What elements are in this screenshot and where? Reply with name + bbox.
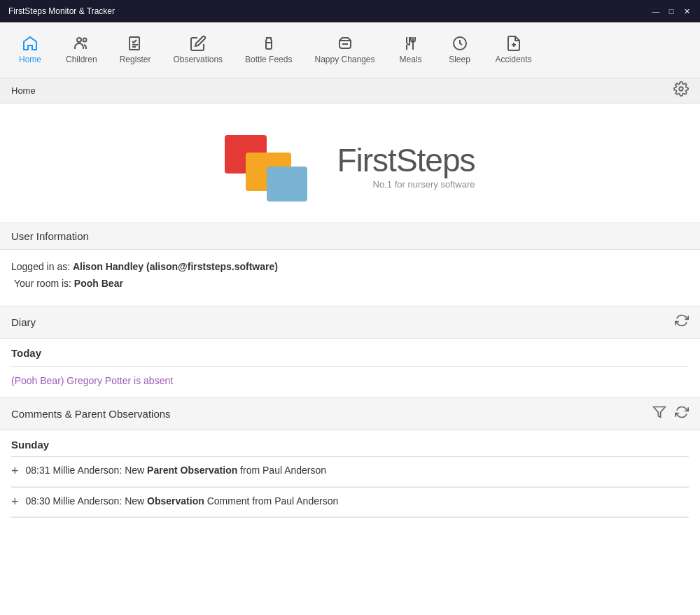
observations-icon <box>190 35 206 52</box>
bottle-icon <box>260 35 277 52</box>
nav-item-bottle-feeds[interactable]: Bottle Feeds <box>234 22 303 78</box>
diary-entries: (Pooh Bear) Gregory Potter is absent <box>11 367 689 389</box>
sleep-icon <box>451 35 468 52</box>
nav-label-sleep: Sleep <box>449 55 470 64</box>
breadcrumb-bar: Home <box>0 78 700 104</box>
register-icon <box>127 35 144 52</box>
comment-entry-2: + 08:30 Millie Anderson: New Observation… <box>11 488 689 518</box>
comments-content: Sunday + 08:31 Millie Anderson: New Pare… <box>0 430 700 526</box>
room-label: Your room is: <box>14 278 74 289</box>
comment-child-1: Millie Anderson <box>52 465 119 476</box>
nav-item-register[interactable]: Register <box>108 22 162 78</box>
user-info-content: Logged in as: Alison Handley (alison@fir… <box>0 250 700 306</box>
comments-actions <box>652 405 689 423</box>
comments-title: Comments & Parent Observations <box>11 408 171 420</box>
window-controls: — □ ✕ <box>651 6 692 16</box>
svg-point-1 <box>83 38 87 41</box>
brand-name: FirstSteps <box>337 144 475 176</box>
nav-label-register: Register <box>120 55 151 64</box>
comment-prefix-1: : New <box>119 465 147 476</box>
comment-suffix-1: from Paul Anderson <box>237 465 326 476</box>
logged-in-label: Logged in as: <box>11 261 73 272</box>
titlebar: FirstSteps Monitor & Tracker — □ ✕ <box>0 0 700 22</box>
children-icon <box>73 35 90 52</box>
comment-child-2: Millie Anderson <box>52 495 119 507</box>
logged-in-line: Logged in as: Alison Handley (alison@fir… <box>11 261 689 272</box>
nav-label-nappy-changes: Nappy Changes <box>314 55 374 64</box>
close-button[interactable]: ✕ <box>682 6 692 16</box>
diary-refresh-icon[interactable] <box>675 313 689 331</box>
navbar: Home Children Register Observations <box>0 22 700 78</box>
logo-text: FirstSteps No.1 for nursery software <box>337 144 475 190</box>
app-title: FirstSteps Monitor & Tracker <box>8 6 115 16</box>
nav-item-nappy-changes[interactable]: Nappy Changes <box>303 22 386 78</box>
comments-refresh-icon[interactable] <box>675 405 689 423</box>
svg-point-11 <box>679 87 683 91</box>
user-info-header: User Information <box>0 222 700 250</box>
logo-section: FirstSteps No.1 for nursery software <box>0 104 700 222</box>
comment-text-2: 08:30 Millie Anderson: New Observation C… <box>26 495 339 509</box>
logo-graphic <box>225 132 323 202</box>
main-content: FirstSteps No.1 for nursery software Use… <box>0 104 700 615</box>
nav-label-bottle-feeds: Bottle Feeds <box>245 55 292 64</box>
diary-entry: (Pooh Bear) Gregory Potter is absent <box>11 372 689 389</box>
room-line: Your room is: Pooh Bear <box>11 278 689 289</box>
diary-content: Today (Pooh Bear) Gregory Potter is abse… <box>0 339 700 397</box>
comment-text-1: 08:31 Millie Anderson: New Parent Observ… <box>26 464 327 478</box>
nav-item-home[interactable]: Home <box>6 22 55 78</box>
breadcrumb: Home <box>11 85 36 96</box>
nav-item-sleep[interactable]: Sleep <box>435 22 484 78</box>
brand-tagline: No.1 for nursery software <box>337 179 475 190</box>
nav-item-meals[interactable]: Meals <box>386 22 435 78</box>
user-info-title: User Information <box>11 230 89 242</box>
nav-label-home: Home <box>19 55 41 64</box>
nav-label-observations: Observations <box>173 55 223 64</box>
diary-today-label: Today <box>11 347 689 359</box>
comment-bold-1: Parent Observation <box>147 465 237 476</box>
comment-expand-2[interactable]: + <box>11 495 19 510</box>
comment-bold-2: Observation <box>147 495 204 507</box>
minimize-button[interactable]: — <box>651 6 661 16</box>
svg-rect-2 <box>130 37 139 50</box>
svg-point-0 <box>77 38 81 42</box>
diary-header: Diary <box>0 306 700 339</box>
comment-time-1: 08:31 <box>26 465 50 476</box>
diary-actions <box>675 313 689 331</box>
logo-blue-square <box>267 167 307 202</box>
nav-item-children[interactable]: Children <box>55 22 108 78</box>
comments-divider-3 <box>11 517 689 518</box>
nav-item-observations[interactable]: Observations <box>162 22 234 78</box>
nav-label-children: Children <box>66 55 97 64</box>
settings-icon[interactable] <box>673 81 689 100</box>
home-icon <box>22 35 38 52</box>
comment-suffix-2: Comment from Paul Anderson <box>204 495 338 507</box>
comment-prefix-2: : New <box>119 495 147 507</box>
comment-time-2: 08:30 <box>26 495 50 507</box>
comments-day-label: Sunday <box>11 439 689 451</box>
comments-header: Comments & Parent Observations <box>0 397 700 430</box>
nav-label-accidents: Accidents <box>496 55 532 64</box>
svg-marker-12 <box>654 407 666 418</box>
comment-entry-1: + 08:31 Millie Anderson: New Parent Obse… <box>11 457 689 487</box>
comment-expand-1[interactable]: + <box>11 464 19 479</box>
nappy-icon <box>337 35 354 52</box>
diary-title: Diary <box>11 316 36 328</box>
user-name: Alison Handley (alison@firststeps.softwa… <box>73 261 278 272</box>
accidents-icon <box>505 35 522 52</box>
maximize-button[interactable]: □ <box>666 6 676 16</box>
room-name: Pooh Bear <box>74 278 123 289</box>
comments-filter-icon[interactable] <box>652 405 666 423</box>
nav-item-accidents[interactable]: Accidents <box>484 22 543 78</box>
nav-label-meals: Meals <box>400 55 422 64</box>
meals-icon <box>402 35 419 52</box>
